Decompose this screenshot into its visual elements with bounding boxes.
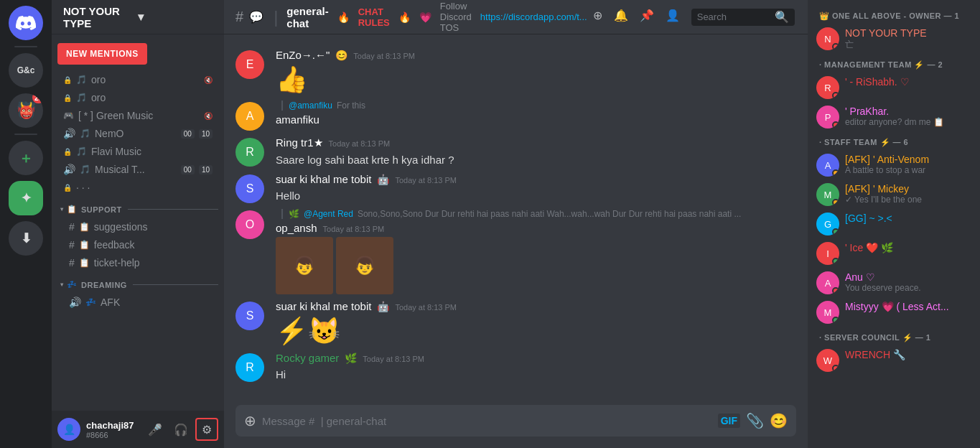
- chat-rules-link[interactable]: CHAT RULES: [358, 6, 390, 28]
- ch-badge-musical-2: 10: [199, 165, 213, 174]
- add-channel-icon[interactable]: ⊕: [593, 9, 602, 26]
- reply-icon-5: 🌿: [289, 209, 299, 219]
- channel-list: NEW MENTIONS 🔒 🎵 oro 🔇 🔒 🎵 oro 🎮 [ * ] G…: [52, 34, 224, 411]
- lock-icon-flavi: 🔒: [63, 148, 72, 156]
- msg-content-2: @amanfiku For this amanfiku: [276, 101, 796, 131]
- channel-item-oro[interactable]: 🔒 🎵 oro 🔇: [57, 71, 218, 88]
- member-avatar-antivenom: A: [816, 154, 839, 177]
- chat-rules-label: CHAT RULES: [358, 6, 390, 28]
- emoji-picker-icon[interactable]: 😊: [770, 412, 788, 429]
- user-avatar-emoji: 👤: [63, 424, 75, 435]
- member-item-prakhar[interactable]: P ' PraKhar. editor anyone? dm me 📋: [811, 103, 977, 131]
- member-name-anu: Anu ♡: [845, 271, 971, 283]
- heart-icon-header: 💗: [419, 11, 431, 23]
- msg-timestamp-4: Today at 8:13 PM: [395, 176, 457, 185]
- member-name-mistyyy: Mistyyy 💗 ( Less Act...: [845, 301, 971, 312]
- member-item-gg[interactable]: G [GG] ~ >.<: [811, 210, 977, 238]
- tos-link[interactable]: https://discordapp.com/t...: [480, 11, 587, 22]
- channel-item-afk[interactable]: 🔊 💤 AFK: [57, 294, 218, 311]
- channel-item-nemo[interactable]: 🔊 🎵 NemO 00 10: [57, 125, 218, 142]
- member-name-antivenom: [AFK] ' Anti-Venom: [845, 154, 971, 165]
- ch-name-afk: AFK: [101, 297, 213, 308]
- add-file-icon[interactable]: ⊕: [244, 412, 256, 429]
- member-info-antivenom: [AFK] ' Anti-Venom A battle to stop a wa…: [845, 154, 971, 175]
- header-separator: |: [274, 7, 278, 27]
- server-icon-anime[interactable]: 👹 23: [9, 93, 43, 128]
- member-item-wrench[interactable]: W WRENCH 🔧: [811, 346, 977, 375]
- msg-avatar-3: R: [235, 138, 264, 167]
- member-item-nyt[interactable]: N NOT YOUR TYPE 亡: [811, 24, 977, 54]
- channel-item-musical[interactable]: 🔊 🎵 Musical T... 00 10: [57, 161, 218, 178]
- member-avatar-gg: G: [816, 213, 839, 235]
- channel-item-suggestions[interactable]: # 📋 suggestions: [57, 218, 218, 235]
- search-bar[interactable]: 🔍: [691, 9, 795, 26]
- server-icon-green[interactable]: ✦: [9, 181, 43, 215]
- msg-username-6: suar ki khal me tobit: [276, 300, 371, 312]
- gif-button[interactable]: GIF: [718, 414, 740, 428]
- settings-button[interactable]: ⚙: [195, 418, 218, 441]
- member-item-anu[interactable]: A Anu ♡ You deserve peace.: [811, 269, 977, 297]
- server-icon-discord[interactable]: [9, 6, 43, 40]
- channel-item-dots[interactable]: 🔒 · · ·: [57, 179, 218, 196]
- member-info-gg: [GG] ~ >.<: [845, 213, 971, 224]
- channel-item-flavi-music[interactable]: 🔒 🎵 Flavi Music: [57, 143, 218, 160]
- member-name-mickey: [AFK] ' Mickey: [845, 183, 971, 195]
- member-avatar-nyt: N: [816, 27, 839, 50]
- deafen-button[interactable]: 🎧: [169, 418, 192, 441]
- channel-hash-icon: #: [235, 9, 243, 25]
- member-item-rishabh[interactable]: R ' - RiShabh. ♡: [811, 73, 977, 102]
- member-item-mickey[interactable]: M [AFK] ' Mickey ✓ Yes I'll be the one: [811, 180, 977, 209]
- new-mentions-button[interactable]: NEW MENTIONS: [57, 43, 147, 65]
- msg-content-5: 🌿 @Agent Red Sono,Sono,Sono Dur Dur reht…: [276, 209, 796, 294]
- msg-header-3: Ring tr1★ Today at 8:13 PM: [276, 136, 796, 149]
- ch-hash-suggestions: #: [69, 221, 75, 233]
- server-icon-download[interactable]: ⬇: [9, 221, 43, 256]
- ch-badge-musical-1: 00: [181, 165, 195, 174]
- member-avatar-prakhar: P: [816, 106, 839, 129]
- category-dreaming[interactable]: ▾ 💤 DREAMING: [55, 277, 224, 292]
- channel-item-green-bot-music[interactable]: 🔒 🎵 oro: [57, 89, 218, 106]
- notification-icon[interactable]: 🔔: [614, 9, 628, 26]
- ch-flag-suggestions: 📋: [79, 222, 90, 232]
- member-item-mistyyy[interactable]: M Mistyyy 💗 ( Less Act...: [811, 298, 977, 327]
- message-input[interactable]: [262, 415, 712, 427]
- pin-icon[interactable]: 📌: [640, 9, 654, 26]
- msg-header-7: Rocky gamer 🌿 Today at 8:13 PM: [276, 352, 796, 364]
- member-item-ice[interactable]: I ' Ice ❤️ 🌿: [811, 239, 977, 268]
- msg-avatar-5: O: [235, 210, 264, 239]
- member-category-label-staff: · STAFF TEAM ⚡ — 6: [819, 138, 908, 146]
- status-dot-wrench: [832, 365, 839, 372]
- ch-name-ticket-help: ticket-help: [94, 257, 213, 269]
- msg-badge-4: 🤖: [377, 174, 389, 185]
- user-discriminator: #8666: [86, 431, 138, 439]
- server-icon-plus[interactable]: ＋: [9, 141, 43, 175]
- msg-images-5: 👦 👦: [276, 237, 796, 294]
- msg-avatar-4: S: [235, 174, 264, 203]
- member-info-mistyyy: Mistyyy 💗 ( Less Act...: [845, 301, 971, 312]
- member-item-antivenom[interactable]: A [AFK] ' Anti-Venom A battle to stop a …: [811, 151, 977, 179]
- message-group-5: O 🌿 @Agent Red Sono,Sono,Sono Dur Dur re…: [224, 206, 808, 297]
- reply-preview-2: @amanfiku For this: [281, 101, 796, 111]
- mute-button[interactable]: 🎤: [144, 418, 167, 441]
- status-dot-rishabh: [832, 92, 839, 99]
- channel-item-feedback[interactable]: # 📋 feedback: [57, 236, 218, 253]
- members-icon[interactable]: 👤: [666, 9, 680, 26]
- channel-item-green-music[interactable]: 🎮 [ * ] Green Music 🔇: [57, 107, 218, 124]
- member-sub-nyt: 亡: [845, 39, 971, 51]
- ch-flag-tickethelp: 📋: [79, 258, 90, 268]
- search-input[interactable]: [697, 11, 769, 22]
- upload-icon[interactable]: 📎: [746, 412, 764, 429]
- server-header[interactable]: NOT YOUR TYPE ▾: [52, 0, 224, 34]
- server-icon-gc[interactable]: G&c: [9, 53, 43, 88]
- category-support[interactable]: ▾ 📋 SUPPORT: [55, 202, 224, 217]
- msg-header-6: suar ki khal me tobit 🤖 Today at 8:13 PM: [276, 300, 796, 312]
- msg-username-5: op_ansh: [276, 222, 317, 234]
- msg-timestamp-5: Today at 8:13 PM: [323, 225, 385, 233]
- ch-music-icon-nemo: 🎵: [80, 129, 90, 139]
- channel-item-ticket-help[interactable]: # 📋 ticket-help: [57, 254, 218, 271]
- msg-username-3: Ring tr1★: [276, 136, 323, 149]
- member-category-mgmt: · MANAGEMENT TEAM ⚡ — 2: [808, 55, 980, 73]
- member-sub-prakhar: editor anyone? dm me 📋: [845, 117, 971, 127]
- member-category-council: · SERVER COUNCIL ⚡ — 1: [808, 327, 980, 345]
- ch-name-feedback: feedback: [94, 239, 213, 251]
